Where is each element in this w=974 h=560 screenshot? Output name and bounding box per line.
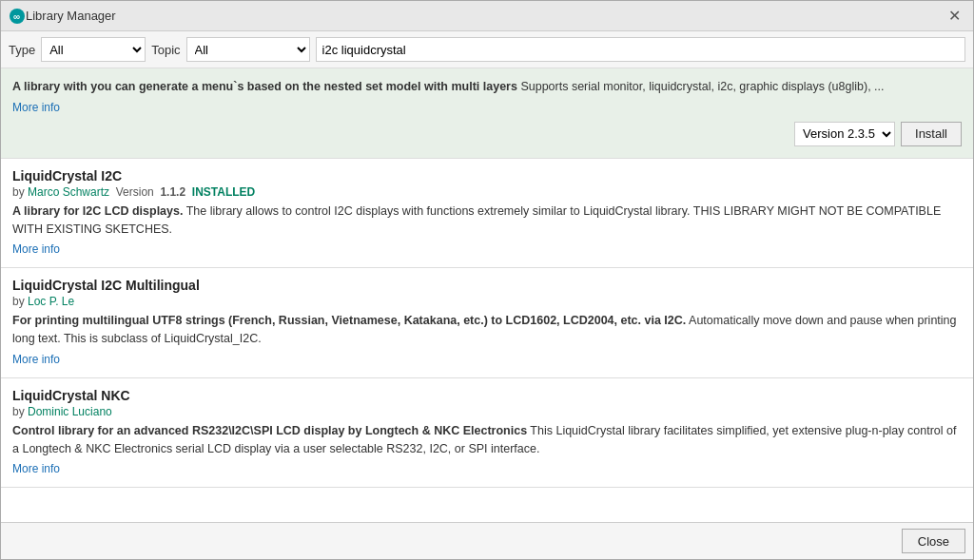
- library-desc-bold-3: Control library for an advanced RS232\I2…: [12, 424, 527, 437]
- list-item: LiquidCrystal I2C Multilingual by Loc P.…: [1, 268, 973, 378]
- library-name-3: LiquidCrystal NKC: [12, 388, 962, 403]
- topic-label: Topic: [151, 43, 180, 57]
- library-version-label-1: Version: [116, 185, 154, 199]
- window-title: Library Manager: [26, 9, 943, 23]
- content-area: A library with you can generate a menu`s…: [1, 68, 973, 522]
- more-info-link-1[interactable]: More info: [12, 242, 60, 256]
- library-name-1: LiquidCrystal I2C: [12, 168, 962, 183]
- topic-select[interactable]: All: [186, 37, 310, 62]
- library-desc-rest-0: Supports serial monitor, liquidcrystal, …: [517, 80, 885, 93]
- library-list: A library with you can generate a menu`s…: [1, 68, 973, 522]
- install-button-0[interactable]: Install: [901, 122, 962, 146]
- library-desc-bold-0: A library with you can generate a menu`s…: [12, 80, 517, 93]
- list-item: LiquidCrystal NKC by Dominic Luciano Con…: [1, 378, 973, 489]
- more-info-link-3[interactable]: More info: [12, 462, 60, 475]
- search-input[interactable]: [316, 37, 965, 62]
- library-meta-3: by Dominic Luciano: [12, 405, 962, 418]
- title-bar: ∞ Library Manager ✕: [1, 1, 973, 31]
- svg-text:∞: ∞: [13, 11, 20, 22]
- type-label: Type: [9, 43, 35, 57]
- toolbar: Type All Topic All: [1, 31, 973, 68]
- library-author-3: Dominic Luciano: [28, 405, 112, 418]
- library-installed-badge-1: INSTALLED: [192, 185, 255, 199]
- footer: Close: [1, 522, 973, 559]
- library-author-1: Marco Schwartz: [28, 185, 109, 199]
- library-desc-0: A library with you can generate a menu`s…: [12, 78, 962, 96]
- library-name-2: LiquidCrystal I2C Multilingual: [12, 278, 962, 293]
- library-manager-window: ∞ Library Manager ✕ Type All Topic All A…: [0, 0, 974, 560]
- library-desc-2: For printing multilingual UTF8 strings (…: [12, 312, 962, 348]
- library-desc-1: A library for I2C LCD displays. The libr…: [12, 203, 962, 239]
- library-desc-bold-2: For printing multilingual UTF8 strings (…: [12, 314, 686, 327]
- type-select[interactable]: All: [41, 37, 146, 62]
- arduino-logo-icon: ∞: [9, 8, 26, 25]
- close-button[interactable]: Close: [902, 529, 965, 553]
- install-row-0: Version 2.3.5 Install: [12, 122, 962, 146]
- library-desc-bold-1: A library for I2C LCD displays.: [12, 204, 183, 218]
- library-meta-1: by Marco Schwartz Version 1.1.2 INSTALLE…: [12, 185, 962, 199]
- version-select-0[interactable]: Version 2.3.5: [794, 122, 895, 146]
- more-info-link-2[interactable]: More info: [12, 353, 60, 366]
- library-version-num-1: 1.1.2: [160, 185, 185, 199]
- library-meta-2: by Loc P. Le: [12, 295, 962, 308]
- library-desc-3: Control library for an advanced RS232\I2…: [12, 422, 962, 458]
- list-item: LiquidCrystal I2C by Marco Schwartz Vers…: [1, 159, 973, 269]
- library-author-2: Loc P. Le: [28, 295, 74, 308]
- window-close-button[interactable]: ✕: [943, 5, 965, 28]
- list-item: A library with you can generate a menu`s…: [1, 68, 973, 159]
- more-info-link-0[interactable]: More info: [12, 101, 60, 114]
